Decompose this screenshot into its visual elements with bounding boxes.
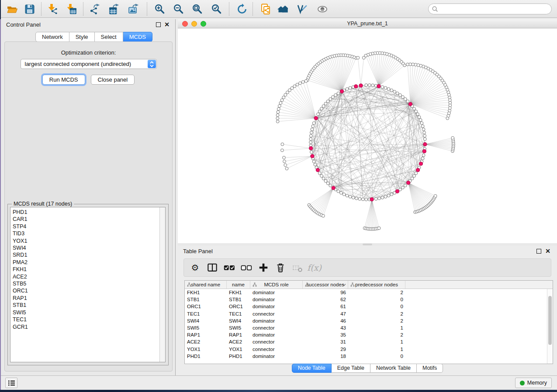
column-header-mcds-role[interactable]: MCDS role — [250, 281, 303, 289]
mcds-result-item[interactable]: ACE2 — [13, 273, 165, 280]
export-network-icon[interactable] — [89, 3, 101, 15]
attribute-tree-icon — [350, 282, 355, 287]
network-home-icon[interactable] — [276, 3, 288, 15]
mcds-result-item[interactable]: TEC1 — [13, 316, 165, 323]
window-zoom-icon[interactable] — [201, 21, 206, 27]
mcds-result-item[interactable]: FKH1 — [13, 266, 165, 273]
mcds-result-item[interactable]: PHD1 — [13, 209, 165, 216]
delete-icon[interactable] — [274, 262, 286, 274]
float-window-icon[interactable] — [156, 22, 161, 27]
toolbar-separator — [253, 2, 253, 16]
network-canvas[interactable] — [178, 28, 557, 243]
float-table-panel-icon[interactable] — [536, 249, 541, 254]
column-header-successor-nodes[interactable]: successor nodes — [303, 281, 348, 289]
toolbar-separator — [41, 2, 42, 16]
cell-successor-nodes: 46 — [303, 317, 348, 324]
new-network-from-selection-icon[interactable] — [259, 3, 271, 15]
import-table-icon[interactable] — [65, 3, 77, 15]
cell-name: TEC1 — [227, 310, 250, 317]
run-mcds-button[interactable]: Run MCDS — [42, 75, 85, 85]
export-table-icon[interactable] — [108, 3, 120, 15]
show-task-history-button[interactable] — [5, 378, 17, 388]
mcds-result-item[interactable]: ORC1 — [13, 287, 165, 294]
sort-desc-icon — [342, 283, 346, 286]
cell-successor-nodes: 43 — [303, 324, 348, 331]
export-image-icon[interactable] — [128, 3, 140, 15]
mcds-result-item[interactable]: SRD1 — [13, 251, 165, 258]
table-row[interactable]: ACE2ACE2connector311 — [185, 338, 553, 345]
table-row[interactable]: PHD1PHD1dominator180 — [185, 353, 553, 360]
mcds-panel: Optimization criterion: largest connecte… — [4, 41, 173, 371]
table-row[interactable]: STB1STB1dominator620 — [185, 296, 553, 303]
search-field[interactable] — [428, 3, 552, 14]
cell-predecessor-nodes: 2 — [348, 317, 405, 324]
tab-edge-table[interactable]: Edge Table — [332, 364, 370, 373]
cell-name: FKH1 — [227, 289, 250, 296]
tab-select[interactable]: Select — [95, 32, 123, 42]
table-row[interactable]: FKH1FKH1dominator962 — [185, 289, 553, 296]
mcds-result-item[interactable]: TID3 — [13, 230, 165, 237]
delete-table-icon — [291, 262, 303, 274]
tab-style[interactable]: Style — [69, 32, 95, 42]
zoom-fit-icon[interactable] — [191, 3, 203, 15]
mcds-result-item[interactable]: GCR1 — [13, 323, 165, 330]
deselect-all-checkbox-icon[interactable] — [240, 262, 252, 274]
open-session-icon[interactable] — [6, 3, 18, 15]
tab-motifs[interactable]: Motifs — [417, 364, 443, 373]
mcds-result-item[interactable]: PMA2 — [13, 259, 165, 266]
result-list-scrollbar[interactable] — [159, 207, 165, 362]
mcds-result-listbox[interactable]: PHD1CAR1STP4TID3YOX1SWI4SRD1PMA2FKH1ACE2… — [10, 207, 166, 362]
select-all-checkbox-icon[interactable] — [223, 262, 235, 274]
mcds-result-item[interactable]: STB1 — [13, 302, 165, 309]
mcds-result-item[interactable]: YOX1 — [13, 237, 165, 244]
tab-network-table[interactable]: Network Table — [370, 364, 417, 373]
table-scrollbar[interactable] — [547, 289, 553, 364]
memory-button[interactable]: Memory — [515, 378, 552, 388]
table-row[interactable]: YOX1YOX1connector291 — [185, 346, 553, 353]
zoom-selected-icon[interactable] — [211, 3, 222, 15]
divider-handle-icon[interactable] — [363, 244, 372, 245]
column-header-predecessor-nodes[interactable]: predecessor nodes — [348, 281, 405, 289]
window-minimize-icon[interactable] — [191, 21, 197, 27]
zoom-in-icon[interactable] — [154, 3, 166, 15]
import-network-icon[interactable] — [46, 3, 58, 15]
search-input[interactable] — [440, 6, 551, 12]
tab-node-table[interactable]: Node Table — [292, 364, 332, 373]
cell-mcds-role: dominator — [250, 353, 303, 360]
cell-name: STB1 — [227, 296, 250, 303]
mcds-result-item[interactable]: CAR1 — [13, 216, 165, 223]
network-graph[interactable] — [178, 28, 557, 243]
table-row[interactable]: ORC1ORC1dominator610 — [185, 303, 553, 310]
window-close-icon[interactable] — [182, 21, 188, 27]
mcds-result-item[interactable]: SWI5 — [13, 309, 165, 316]
table-row[interactable]: TEC1TEC1connector472 — [185, 310, 553, 317]
column-header-name[interactable]: name — [227, 281, 250, 289]
table-scrollbar-thumb[interactable] — [548, 296, 552, 345]
column-header-shared-name[interactable]: shared name — [185, 281, 227, 289]
mcds-result-item[interactable]: STB5 — [13, 280, 165, 287]
cell-successor-nodes: 61 — [303, 303, 348, 310]
optimization-select[interactable]: largest connected component (undirected) — [21, 59, 157, 69]
save-session-icon[interactable] — [24, 3, 35, 15]
apply-style-icon[interactable] — [296, 3, 308, 15]
cell-successor-nodes: 29 — [303, 346, 348, 353]
mcds-result-item[interactable]: RAP1 — [13, 295, 165, 302]
close-panel-button[interactable]: Close panel — [91, 75, 135, 85]
table-row[interactable]: SWI5SWI5connector431 — [185, 324, 553, 331]
mcds-result-item[interactable]: SWI4 — [13, 244, 165, 251]
mcds-result-item[interactable]: STP4 — [13, 223, 165, 230]
zoom-out-icon[interactable] — [173, 3, 184, 15]
settings-gear-icon[interactable]: ⚙ — [189, 262, 201, 274]
cell-successor-nodes: 18 — [303, 353, 348, 360]
split-columns-icon[interactable] — [206, 262, 218, 274]
tab-mcds[interactable]: MCDS — [123, 32, 152, 42]
add-column-icon[interactable] — [257, 262, 269, 274]
table-body: FKH1FKH1dominator962STB1STB1dominator620… — [185, 289, 553, 360]
close-panel-icon[interactable]: ✕ — [164, 21, 170, 28]
tab-network[interactable]: Network — [35, 32, 69, 42]
table-row[interactable]: RAP1RAP1dominator352 — [185, 331, 553, 338]
show-hide-icon[interactable] — [316, 3, 328, 15]
refresh-layout-icon[interactable] — [236, 3, 248, 15]
close-table-panel-icon[interactable]: ✕ — [545, 248, 550, 254]
table-row[interactable]: SWI4SWI4dominator462 — [185, 317, 553, 324]
